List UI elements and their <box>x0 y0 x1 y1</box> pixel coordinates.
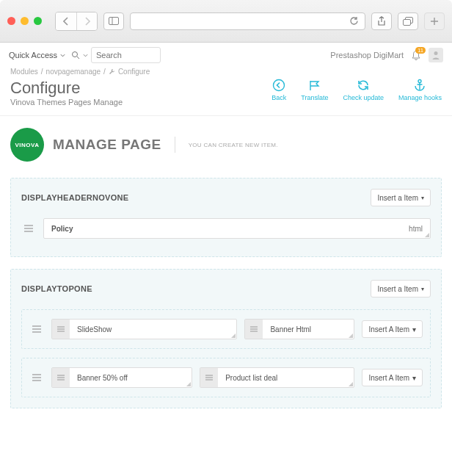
hook-name: DISPLAYTOPONE <box>21 284 92 293</box>
tabs-button[interactable] <box>398 12 418 30</box>
anchor-icon <box>413 79 426 92</box>
svg-rect-0 <box>109 18 119 25</box>
brand-row: VINOVA MANAGE PAGE YOU CAN CREATE NEW IT… <box>10 128 442 162</box>
arrow-left-icon <box>272 79 285 92</box>
breadcrumb-item[interactable]: Modules <box>10 68 38 76</box>
notif-badge: 11 <box>415 47 426 54</box>
translate-action[interactable]: Translate <box>301 79 328 107</box>
page-subtitle: Vinova Themes Pages Manage <box>10 98 123 107</box>
drag-handle-icon[interactable] <box>21 221 36 236</box>
avatar[interactable] <box>429 48 443 62</box>
shop-name[interactable]: Prestashop DigiMart <box>330 51 404 60</box>
insert-item-button[interactable]: Insert A Item ▾ <box>362 320 423 338</box>
item-label: Policy <box>51 225 73 233</box>
refresh-icon <box>357 79 370 92</box>
page-title: Configure <box>10 79 123 98</box>
drag-handle-icon[interactable] <box>245 320 263 339</box>
svg-point-8 <box>418 80 421 83</box>
item-type: html <box>409 225 423 233</box>
subitem[interactable]: Banner 50% off <box>51 367 192 388</box>
manage-hooks-action[interactable]: Manage hooks <box>398 79 442 107</box>
page-header: Configure Vinova Themes Pages Manage Bac… <box>0 76 452 116</box>
back-action[interactable]: Back <box>271 79 286 107</box>
hook-panel-top-one: DISPLAYTOPONE Insert a Item ▾ SlideShow <box>10 269 442 408</box>
chevron-down-icon <box>60 53 65 58</box>
svg-rect-3 <box>404 19 411 25</box>
insert-item-button[interactable]: Insert a Item ▾ <box>371 189 431 206</box>
search-input[interactable] <box>91 47 161 63</box>
drag-handle-icon[interactable] <box>52 320 70 339</box>
admin-search <box>71 47 161 63</box>
forward-button[interactable] <box>76 12 97 30</box>
nav-buttons <box>55 12 98 31</box>
brand-title: MANAGE PAGE <box>53 137 161 153</box>
subitem-label: SlideShow <box>70 325 119 333</box>
main-content: VINOVA MANAGE PAGE YOU CAN CREATE NEW IT… <box>0 116 452 422</box>
breadcrumb-item[interactable]: novpagemanage <box>46 68 101 76</box>
item-row: Policy html <box>21 218 431 239</box>
svg-point-4 <box>73 52 78 57</box>
chrome-right <box>371 12 445 30</box>
insert-item-button[interactable]: Insert A Item ▾ <box>362 369 423 386</box>
drag-handle-icon[interactable] <box>29 370 44 385</box>
user-icon <box>431 50 441 60</box>
chevron-down-icon[interactable] <box>83 54 88 57</box>
back-button[interactable] <box>56 12 76 30</box>
breadcrumb: Modules / novpagemanage / Configure <box>0 68 452 76</box>
brand-logo: VINOVA <box>10 128 44 162</box>
drag-handle-icon[interactable] <box>29 322 44 336</box>
flag-icon <box>308 79 321 92</box>
subitem-label: Product list deal <box>218 374 285 382</box>
admin-top-bar: Quick Access Prestashop DigiMart 11 <box>0 43 452 68</box>
check-update-action[interactable]: Check update <box>343 79 384 107</box>
traffic-lights <box>7 17 42 25</box>
subitem-label: Banner 50% off <box>70 374 135 382</box>
chevron-down-icon: ▾ <box>421 195 424 201</box>
hook-name: DISPLAYHEADERNOVONE <box>21 193 129 202</box>
hook-panel-header-nov-one: DISPLAYHEADERNOVONE Insert a Item ▾ Poli… <box>10 178 442 257</box>
search-icon[interactable] <box>71 51 80 60</box>
minimize-window-icon[interactable] <box>21 17 29 25</box>
breadcrumb-item: Configure <box>118 68 150 76</box>
chevron-down-icon: ▾ <box>412 374 416 382</box>
wrench-icon <box>109 68 115 75</box>
subitem-label: Banner Html <box>263 325 318 333</box>
subitem[interactable]: SlideShow <box>51 319 237 339</box>
subitem[interactable]: Product list deal <box>200 367 354 388</box>
quick-access-dropdown[interactable]: Quick Access <box>9 51 65 60</box>
close-window-icon[interactable] <box>7 17 15 25</box>
insert-item-button[interactable]: Insert a Item ▾ <box>371 280 431 298</box>
row-group: Banner 50% off Product list deal Insert … <box>21 358 431 397</box>
svg-point-6 <box>434 51 438 55</box>
sidebar-toggle-button[interactable] <box>103 12 124 30</box>
brand-subtitle: YOU CAN CREATE NEW ITEM. <box>189 142 278 148</box>
subitem[interactable]: Banner Html <box>244 319 354 339</box>
chevron-down-icon: ▾ <box>412 325 416 333</box>
svg-point-7 <box>274 80 285 91</box>
chevron-down-icon: ▾ <box>421 286 424 292</box>
svg-line-5 <box>77 57 79 59</box>
quick-access-label: Quick Access <box>9 51 57 60</box>
maximize-window-icon[interactable] <box>34 17 42 25</box>
drag-handle-icon[interactable] <box>200 368 218 387</box>
item-box[interactable]: Policy html <box>43 218 431 239</box>
reload-icon[interactable] <box>349 16 359 26</box>
address-bar[interactable] <box>130 12 365 30</box>
notifications-button[interactable]: 11 <box>411 50 421 61</box>
share-button[interactable] <box>371 12 392 30</box>
row-group: SlideShow Banner Html Insert A Item ▾ <box>21 309 431 349</box>
new-tab-button[interactable] <box>424 12 445 30</box>
browser-chrome <box>0 0 452 43</box>
drag-handle-icon[interactable] <box>52 368 70 387</box>
